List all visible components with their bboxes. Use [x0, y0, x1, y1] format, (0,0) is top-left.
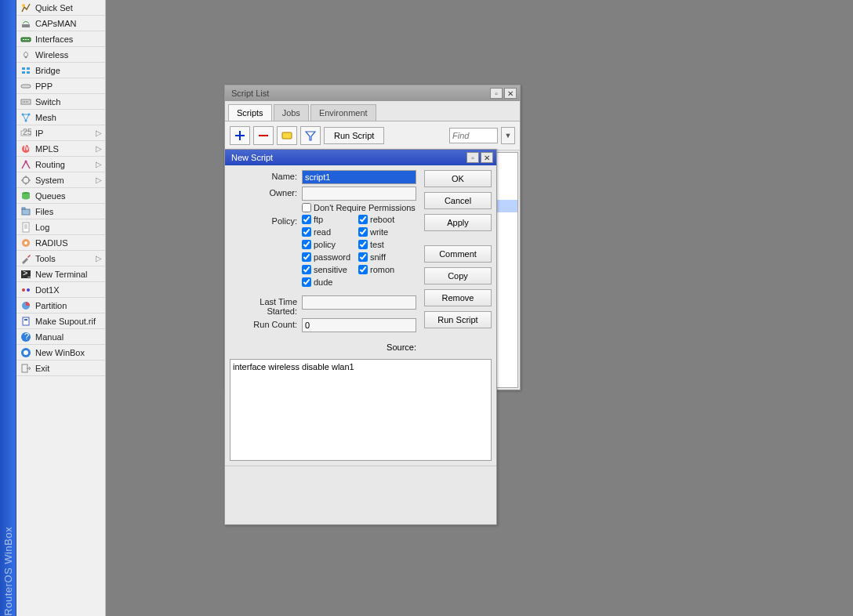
- svg-rect-50: [282, 132, 292, 139]
- copy-button[interactable]: Copy: [424, 267, 492, 284]
- svg-text:255: 255: [23, 128, 31, 136]
- policy-password[interactable]: password: [302, 252, 355, 262]
- policy-read[interactable]: read: [302, 227, 355, 237]
- source-textarea[interactable]: [230, 359, 492, 461]
- sidebar-item-capsman[interactable]: CAPsMAN: [16, 16, 105, 31]
- svg-rect-49: [259, 135, 268, 136]
- sidebar-item-dot1x[interactable]: Dot1X: [16, 282, 105, 298]
- sidebar-item-switch[interactable]: Switch: [16, 94, 105, 110]
- sidebar-item-interfaces[interactable]: Interfaces: [16, 31, 105, 47]
- sidebar-item-routing[interactable]: Routing▷: [16, 157, 105, 172]
- minimize-button[interactable]: ▫: [466, 152, 479, 163]
- name-input[interactable]: [302, 170, 416, 184]
- find-input[interactable]: [449, 128, 498, 143]
- svg-point-34: [24, 241, 27, 245]
- svg-rect-14: [24, 101, 25, 103]
- policy-sensitive[interactable]: sensitive: [302, 265, 355, 274]
- sidebar-item-ppp[interactable]: PPP: [16, 78, 105, 94]
- cancel-button[interactable]: Cancel: [424, 192, 492, 209]
- comment-button[interactable]: Comment: [424, 245, 492, 263]
- remove-button[interactable]: Remove: [424, 289, 492, 306]
- policy-sniff-checkbox[interactable]: [358, 252, 368, 262]
- svg-rect-15: [26, 101, 27, 103]
- dont-require-checkbox[interactable]: [302, 203, 311, 212]
- sidebar-item-label: PPP: [35, 82, 53, 91]
- sidebar-item-new-winbox[interactable]: New WinBox: [16, 345, 105, 361]
- sidebar-item-bridge[interactable]: Bridge: [16, 63, 105, 78]
- policy-romon-checkbox[interactable]: [358, 265, 368, 274]
- policy-romon[interactable]: romon: [358, 265, 412, 274]
- sidebar: Quick SetCAPsMANInterfacesWirelessBridge…: [16, 0, 106, 616]
- close-button[interactable]: ✕: [481, 152, 493, 163]
- tab-environment[interactable]: Environment: [310, 104, 376, 121]
- apply-button[interactable]: Apply: [424, 214, 492, 231]
- radius-icon: [20, 237, 32, 249]
- policy-dude[interactable]: dude: [302, 277, 355, 287]
- policy-write[interactable]: write: [358, 227, 412, 237]
- checkbox-dont-require[interactable]: Don't Require Permissions: [302, 203, 416, 212]
- policy-read-checkbox[interactable]: [302, 227, 311, 237]
- sidebar-item-partition[interactable]: Partition: [16, 298, 105, 313]
- sidebar-item-ip[interactable]: 255IP▷: [16, 125, 105, 141]
- find-dropdown-button[interactable]: ▼: [501, 127, 515, 144]
- remove-button[interactable]: [253, 126, 274, 145]
- policy-policy[interactable]: policy: [302, 240, 355, 249]
- policy-test-checkbox[interactable]: [358, 240, 368, 249]
- policy-password-checkbox[interactable]: [302, 252, 311, 262]
- wireless-icon: [20, 49, 32, 61]
- policy-ftp[interactable]: ftp: [302, 215, 355, 224]
- routing-icon: [20, 158, 32, 171]
- tab-scripts[interactable]: Scripts: [228, 104, 272, 121]
- filter-button[interactable]: [300, 126, 321, 145]
- sidebar-item-radius[interactable]: RADIUS: [16, 235, 105, 251]
- sidebar-item-system[interactable]: System▷: [16, 172, 105, 188]
- sidebar-item-wireless[interactable]: Wireless: [16, 47, 105, 63]
- close-button[interactable]: ✕: [504, 88, 517, 99]
- policy-reboot[interactable]: reboot: [358, 215, 412, 224]
- enable-button[interactable]: [277, 126, 297, 145]
- sidebar-item-label: System: [35, 176, 64, 185]
- ok-button[interactable]: OK: [424, 170, 492, 187]
- policy-policy-checkbox[interactable]: [302, 240, 311, 249]
- sidebar-item-mpls[interactable]: MMPLS▷: [16, 141, 105, 157]
- policy-sensitive-checkbox[interactable]: [302, 265, 311, 274]
- sidebar-item-quick-set[interactable]: Quick Set: [16, 0, 105, 16]
- toolbar: Run Script ▼: [225, 121, 520, 150]
- sidebar-item-make-supout-rif[interactable]: Make Supout.rif: [16, 313, 105, 329]
- svg-rect-40: [23, 317, 29, 325]
- policy-reboot-checkbox[interactable]: [358, 215, 368, 224]
- owner-input[interactable]: [302, 187, 416, 201]
- tab-jobs[interactable]: Jobs: [274, 104, 309, 121]
- svg-rect-5: [27, 39, 29, 40]
- svg-rect-41: [24, 319, 27, 321]
- sidebar-item-label: Bridge: [35, 66, 60, 75]
- policy-write-checkbox[interactable]: [358, 227, 368, 237]
- policy-ftp-checkbox[interactable]: [302, 215, 311, 224]
- window-footer: [225, 466, 496, 480]
- label-run-count: Run Count:: [230, 318, 302, 329]
- files-icon: [20, 205, 32, 218]
- add-button[interactable]: [230, 126, 250, 145]
- minimize-button[interactable]: ▫: [490, 88, 503, 99]
- svg-point-37: [22, 288, 25, 292]
- window-title: Script List: [231, 89, 488, 98]
- sidebar-item-log[interactable]: Log: [16, 219, 105, 235]
- tabs-row: ScriptsJobsEnvironment: [225, 101, 520, 121]
- sidebar-item-new-terminal[interactable]: >_New Terminal: [16, 266, 105, 282]
- policy-test[interactable]: test: [358, 240, 412, 249]
- sidebar-item-manual[interactable]: ?Manual: [16, 329, 105, 345]
- bridge-icon: [20, 64, 32, 77]
- chevron-right-icon: ▷: [96, 176, 102, 184]
- policy-dude-checkbox[interactable]: [302, 277, 311, 287]
- run-script-button[interactable]: Run Script: [324, 127, 384, 144]
- titlebar-new-script[interactable]: New Script ▫ ✕: [225, 150, 496, 165]
- titlebar-script-list[interactable]: Script List ▫ ✕: [225, 85, 520, 101]
- sidebar-item-tools[interactable]: Tools▷: [16, 251, 105, 266]
- sidebar-item-queues[interactable]: Queues: [16, 188, 105, 204]
- sidebar-item-mesh[interactable]: Mesh: [16, 110, 105, 125]
- policy-sniff[interactable]: sniff: [358, 252, 412, 262]
- run-script-button[interactable]: Run Script: [424, 311, 492, 328]
- terminal-icon: >_: [20, 268, 32, 281]
- sidebar-item-files[interactable]: Files: [16, 204, 105, 219]
- sidebar-item-exit[interactable]: Exit: [16, 361, 105, 376]
